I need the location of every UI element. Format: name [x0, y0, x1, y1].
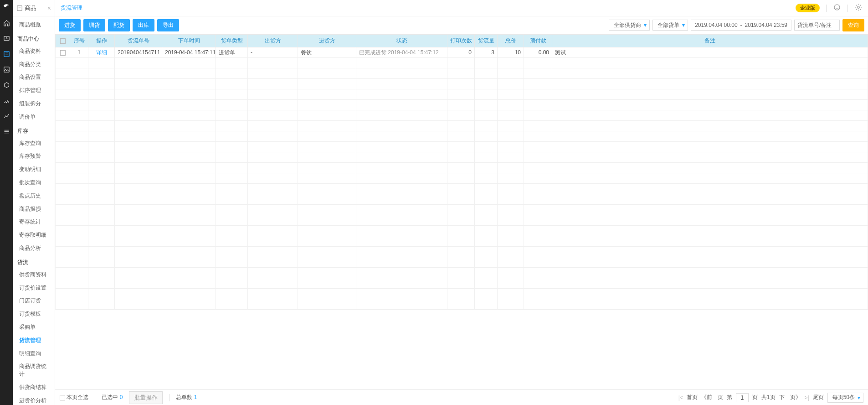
table-row-empty — [56, 173, 868, 184]
svg-rect-4 — [17, 5, 22, 10]
sidebar-item[interactable]: 商品分类 — [13, 58, 55, 71]
breadcrumb: 货流管理 — [61, 4, 82, 12]
sidebar-item[interactable]: 供货商结算 — [13, 381, 55, 394]
supplier-select-value: 全部供货商 — [614, 21, 641, 29]
select-all-checkbox[interactable]: 本页全选 — [60, 394, 88, 401]
table-row[interactable]: 1详细201904041547112019-04-04 15:47:11进货单-… — [56, 47, 868, 58]
support-icon[interactable] — [833, 3, 841, 13]
rail-wallet-icon[interactable] — [3, 97, 10, 104]
sidebar-item[interactable]: 库存查询 — [13, 137, 55, 150]
table-row-empty — [56, 142, 868, 152]
date-to: 2019.04.04 23:59 — [745, 22, 787, 28]
batch-action-button[interactable]: 批量操作 — [129, 391, 163, 404]
sidebar-item[interactable]: 商品分析 — [13, 242, 55, 255]
sidebar-item[interactable]: 商品报损 — [13, 202, 55, 216]
sidebar-item[interactable]: 货流管理 — [13, 334, 55, 347]
header-checkbox[interactable] — [60, 38, 66, 44]
ordertype-select[interactable]: 全部货单▾ — [652, 20, 688, 31]
rail-monitor-icon[interactable] — [3, 35, 10, 42]
sidebar-item[interactable]: 明细查询 — [13, 347, 55, 360]
rail-tag-icon[interactable] — [3, 81, 10, 88]
sidebar-item[interactable]: 寄存统计 — [13, 215, 55, 228]
rail-settings-icon[interactable] — [3, 128, 10, 135]
supplier-select[interactable]: 全部供货商▾ — [609, 20, 650, 31]
sidebar-item[interactable]: 变动明细 — [13, 163, 55, 176]
col-header: 操作 — [88, 35, 115, 47]
row-checkbox[interactable] — [60, 50, 66, 56]
stock-out-button[interactable]: 出库 — [133, 19, 154, 31]
sidebar-item[interactable]: 排序管理 — [13, 84, 55, 97]
col-header: 打印次数 — [447, 35, 475, 47]
col-header: 状态 — [356, 35, 447, 47]
caret-down-icon: ▾ — [858, 395, 860, 401]
rail-home-icon[interactable] — [3, 19, 10, 26]
sidebar-item[interactable]: 供货商资料 — [13, 268, 55, 281]
sidebar-item[interactable]: 订货价设置 — [13, 281, 55, 295]
rail-image-icon[interactable] — [3, 66, 10, 73]
pager-next[interactable]: 下一页》 — [779, 394, 801, 401]
table-row-empty — [56, 79, 868, 89]
sidebar-item[interactable]: 商品调货统计 — [13, 360, 55, 381]
divider — [826, 5, 827, 12]
sidebar-item[interactable]: 门店订货 — [13, 294, 55, 307]
table-row-empty — [56, 131, 868, 142]
pagesize-select[interactable]: 每页50条▾ — [827, 393, 863, 403]
page-input[interactable] — [736, 393, 749, 402]
sidebar-item[interactable]: 进货价分析 — [13, 394, 55, 405]
sidebar-item[interactable]: 批次查询 — [13, 176, 55, 189]
table-row-empty — [56, 100, 868, 110]
sidebar-item[interactable]: 调价单 — [13, 110, 55, 124]
query-button[interactable]: 查询 — [842, 19, 864, 31]
topbar: 货流管理 企业版 — [55, 0, 868, 16]
app-logo — [2, 3, 10, 11]
col-header: 总价 — [498, 35, 524, 47]
sidebar-item[interactable]: 盘点历史 — [13, 189, 55, 202]
search-input[interactable] — [794, 20, 840, 31]
col-header: 备注 — [552, 35, 868, 47]
dispatch-button[interactable]: 配货 — [108, 19, 130, 31]
detail-link[interactable]: 详细 — [96, 49, 107, 56]
col-header: 货单类型 — [216, 35, 248, 47]
sidebar-item[interactable]: 采购单 — [13, 321, 55, 334]
table-row-empty — [56, 257, 868, 268]
table-row-empty — [56, 121, 868, 131]
ordertype-select-value: 全部货单 — [657, 21, 679, 29]
divider — [847, 5, 848, 12]
sidebar-item[interactable]: 库存预警 — [13, 150, 55, 163]
sidebar-item[interactable]: 商品资料 — [13, 45, 55, 58]
rail-product-icon[interactable] — [3, 50, 10, 57]
pager-first-icon[interactable]: |< — [678, 395, 683, 401]
col-header: 预付款 — [524, 35, 552, 47]
gear-icon[interactable] — [854, 3, 863, 13]
export-button[interactable]: 导出 — [157, 19, 179, 31]
sidebar-item[interactable]: 商品设置 — [13, 71, 55, 84]
pager-last[interactable]: 尾页 — [813, 394, 824, 401]
table-row-empty — [56, 110, 868, 121]
daterange-input[interactable]: 2019.04.04 00:00 - 2019.04.04 23:59 — [691, 20, 791, 31]
total-orders: 总单数 1 — [176, 394, 197, 401]
svg-point-1 — [6, 37, 7, 39]
sidebar-group: 库存 — [13, 124, 55, 137]
caret-down-icon: ▾ — [682, 22, 685, 28]
pager-first[interactable]: 首页 — [687, 394, 698, 401]
svg-rect-0 — [4, 36, 9, 40]
sidebar-close-icon[interactable]: × — [47, 5, 51, 12]
toolbar: 进货 调货 配货 出库 导出 全部供货商▾ 全部货单▾ 2019.04.04 0… — [55, 16, 868, 34]
table-row-empty — [56, 226, 868, 236]
pager-last-icon[interactable]: >| — [805, 395, 809, 401]
edition-badge[interactable]: 企业版 — [796, 4, 820, 12]
transfer-button[interactable]: 调货 — [83, 19, 105, 31]
sidebar-item[interactable]: 组装拆分 — [13, 97, 55, 110]
sidebar-item[interactable]: 订货模板 — [13, 307, 55, 321]
pager-total: 共1页 — [761, 394, 776, 401]
sidebar-group: 货流 — [13, 255, 55, 268]
pager-prev[interactable]: 《前一页 — [701, 394, 723, 401]
rail-chart-icon[interactable] — [3, 112, 10, 119]
table-row-empty — [56, 205, 868, 215]
col-header: 出货方 — [248, 35, 298, 47]
sidebar-group: 商品中心 — [13, 31, 55, 45]
col-header — [56, 35, 70, 47]
stock-in-button[interactable]: 进货 — [59, 19, 81, 31]
sidebar-item[interactable]: 商品概览 — [13, 18, 55, 31]
sidebar-item[interactable]: 寄存取明细 — [13, 228, 55, 242]
